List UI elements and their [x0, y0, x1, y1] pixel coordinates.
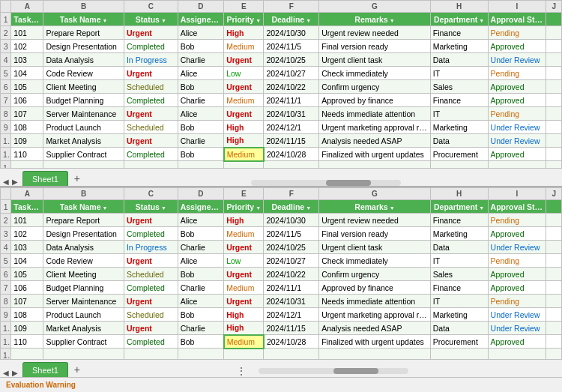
dept-cell[interactable]: Sales — [430, 80, 488, 94]
deadline-cell[interactable]: 2024/12/1 — [264, 308, 319, 322]
deadline-cell[interactable]: 2024/11/15 — [264, 322, 319, 335]
taskname-cell[interactable] — [43, 161, 124, 169]
priority-cell[interactable]: High — [224, 322, 264, 335]
taskid-cell[interactable]: 104 — [11, 67, 43, 80]
assigned-cell[interactable]: Charlie — [178, 322, 223, 335]
approval-header[interactable]: Approval Status▼ — [488, 13, 546, 26]
approval-cell[interactable] — [488, 349, 546, 360]
remarks-cell[interactable]: Needs immediate attention — [319, 295, 431, 308]
deadline-cell[interactable]: 2024/10/31 — [264, 295, 319, 308]
priority-cell[interactable]: High — [224, 308, 264, 322]
deadline-cell[interactable]: 2024/10/28 — [264, 335, 319, 349]
dept-cell[interactable]: Sales — [430, 268, 488, 281]
approval-cell[interactable]: Approved — [488, 94, 546, 107]
assigned-cell[interactable]: Bob — [178, 335, 223, 349]
priority-cell[interactable]: High — [224, 134, 264, 148]
taskname-cell[interactable]: Data Analysis — [43, 53, 124, 67]
approval-cell[interactable]: Approved — [488, 268, 546, 281]
priority-cell[interactable]: High — [224, 26, 264, 40]
dept-cell[interactable]: Marketing — [430, 308, 488, 322]
deadline-cell[interactable]: 2024/12/1 — [264, 121, 319, 134]
approval-cell[interactable]: Under Review — [488, 308, 546, 322]
taskname-cell[interactable]: Market Analysis — [43, 322, 124, 335]
horizontal-scrollbar[interactable] — [259, 368, 408, 374]
dept-cell[interactable]: Procurement — [430, 148, 488, 161]
remarks-cell[interactable] — [319, 161, 431, 169]
assigned-cell[interactable]: Bob — [178, 148, 223, 161]
status-cell[interactable]: In Progress — [124, 241, 178, 254]
taskname-cell[interactable]: Client Meeting — [43, 268, 124, 281]
taskid-cell[interactable]: 106 — [11, 281, 43, 295]
status-cell[interactable]: Completed — [124, 335, 178, 349]
taskname-cell[interactable]: Server Maintenance — [43, 295, 124, 308]
assigned-cell[interactable]: Bob — [178, 308, 223, 322]
taskid-cell[interactable]: 104 — [11, 254, 43, 268]
sheet-tab[interactable]: Sheet1 — [22, 171, 68, 186]
assigned-header[interactable]: Assigned To▼ — [178, 13, 223, 26]
dept-cell[interactable]: IT — [430, 67, 488, 80]
status-cell[interactable]: Urgent — [124, 134, 178, 148]
taskid-cell[interactable]: 110 — [11, 335, 43, 349]
dept-cell[interactable]: IT — [430, 107, 488, 121]
horizontal-scrollbar[interactable] — [251, 180, 401, 186]
assigned-cell[interactable]: Charlie — [178, 53, 223, 67]
taskid-cell[interactable]: 108 — [11, 121, 43, 134]
taskid-cell[interactable]: 105 — [11, 80, 43, 94]
status-cell[interactable]: Urgent — [124, 214, 178, 227]
assigned-header[interactable]: Assigned To▼ — [178, 200, 223, 214]
deadline-cell[interactable]: 2024/11/1 — [264, 94, 319, 107]
assigned-cell[interactable]: Bob — [178, 121, 223, 134]
status-cell[interactable]: Urgent — [124, 295, 178, 308]
taskname-header[interactable]: Task Name▼ — [43, 200, 124, 214]
tab-scroll-left[interactable]: ◀ — [3, 369, 9, 377]
priority-cell[interactable]: Urgent — [224, 80, 264, 94]
priority-cell[interactable]: Low — [224, 254, 264, 268]
remarks-cell[interactable]: Finalized with urgent updates — [319, 148, 431, 161]
status-cell[interactable]: In Progress — [124, 53, 178, 67]
assigned-cell[interactable]: Charlie — [178, 241, 223, 254]
deadline-header[interactable]: Deadline▼ — [264, 200, 319, 214]
priority-cell[interactable]: Medium — [224, 40, 264, 53]
taskid-cell[interactable]: 101 — [11, 26, 43, 40]
taskname-cell[interactable]: Server Maintenance — [43, 107, 124, 121]
taskid-header[interactable]: Task ID▼ — [11, 200, 43, 214]
remarks-cell[interactable]: Analysis needed ASAP — [319, 322, 431, 335]
taskid-cell[interactable]: 103 — [11, 241, 43, 254]
tab-scroll-right[interactable]: ▶ — [12, 178, 18, 186]
deadline-header[interactable]: Deadline▼ — [264, 13, 319, 26]
status-cell[interactable]: Completed — [124, 40, 178, 53]
tab-scroll-left[interactable]: ◀ — [3, 178, 9, 186]
status-cell[interactable]: Urgent — [124, 254, 178, 268]
deadline-cell[interactable]: 2024/10/27 — [264, 67, 319, 80]
assigned-cell[interactable]: Alice — [178, 107, 223, 121]
dept-cell[interactable]: Data — [430, 322, 488, 335]
priority-cell[interactable] — [224, 161, 264, 169]
priority-cell[interactable] — [224, 349, 264, 360]
approval-cell[interactable]: Approved — [488, 148, 546, 161]
priority-header[interactable]: Priority▼ — [224, 200, 264, 214]
remarks-cell[interactable]: Finalized with urgent updates — [319, 335, 431, 349]
deadline-cell[interactable]: 2024/10/22 — [264, 268, 319, 281]
priority-cell[interactable]: Urgent — [224, 268, 264, 281]
approval-cell[interactable]: Pending — [488, 214, 546, 227]
priority-cell[interactable]: Medium — [224, 148, 264, 161]
deadline-cell[interactable]: 2024/11/5 — [264, 227, 319, 241]
remarks-cell[interactable]: Final version ready — [319, 40, 431, 53]
approval-cell[interactable] — [488, 161, 546, 169]
taskname-cell[interactable]: Prepare Report — [43, 214, 124, 227]
taskid-cell[interactable]: 108 — [11, 308, 43, 322]
taskname-cell[interactable]: Design Presentation — [43, 40, 124, 53]
taskname-cell[interactable]: Budget Planning — [43, 281, 124, 295]
scrollbar-thumb[interactable] — [333, 368, 378, 374]
status-cell[interactable]: Urgent — [124, 67, 178, 80]
dept-cell[interactable] — [430, 161, 488, 169]
priority-cell[interactable]: Medium — [224, 335, 264, 349]
deadline-cell[interactable]: 2024/11/1 — [264, 281, 319, 295]
taskid-cell[interactable] — [11, 349, 43, 360]
taskid-cell[interactable]: 102 — [11, 227, 43, 241]
remarks-cell[interactable]: Final version ready — [319, 227, 431, 241]
dept-cell[interactable]: Procurement — [430, 335, 488, 349]
approval-cell[interactable]: Approved — [488, 335, 546, 349]
taskname-cell[interactable]: Market Analysis — [43, 134, 124, 148]
taskname-cell[interactable]: Budget Planning — [43, 94, 124, 107]
